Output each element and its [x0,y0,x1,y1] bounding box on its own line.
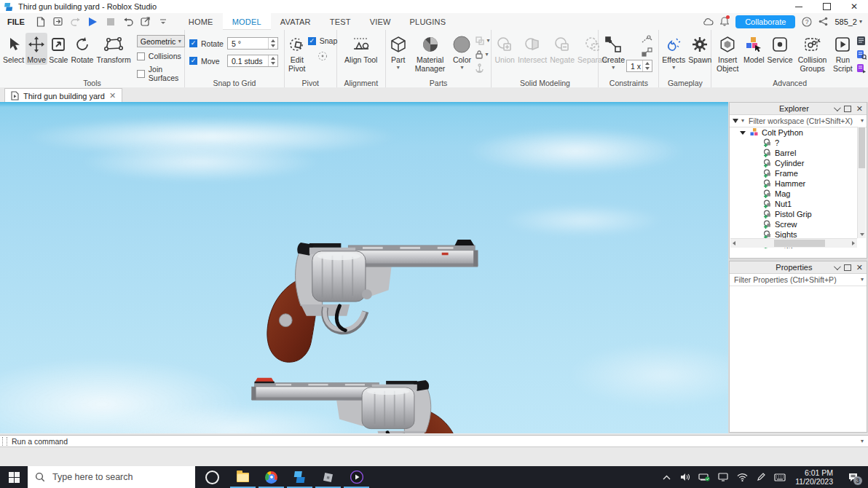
notifications-bell-icon[interactable] [720,17,729,26]
intersect-button[interactable]: Intersect [516,33,548,65]
taskbar-app-roblox-studio[interactable] [285,466,314,488]
tab-avatar[interactable]: AVATAR [271,13,320,30]
maximize-button[interactable] [813,0,840,13]
stop-icon[interactable] [103,15,118,28]
tray-chevron-up-icon[interactable] [658,466,674,488]
snap-rotate-checkbox[interactable]: ✓ Rotate [189,39,223,48]
rotate-tool-button[interactable]: Rotate [69,33,95,65]
snap-rotate-stepper[interactable]: 5 ° [227,37,278,50]
explorer-item[interactable]: Cylinder [730,158,867,168]
publish-icon[interactable] [138,15,153,28]
tab-plugins[interactable]: PLUGINS [401,13,456,30]
scroll-right-button[interactable] [850,241,857,245]
file-menu[interactable]: FILE [0,17,32,26]
move-tool-button[interactable]: Move [25,33,47,65]
undo-icon[interactable] [121,15,135,28]
pivot-snap-checkbox[interactable]: ✓ Snap [308,36,338,45]
scrollbar-thumb[interactable] [859,127,865,168]
edit-pivot-button[interactable]: Edit Pivot [286,33,308,73]
snap-move-stepper[interactable]: 0.1 studs [227,55,278,67]
scrollbar-thumb[interactable] [774,240,825,247]
color-button[interactable]: Color ▾ [451,33,473,71]
tab-test[interactable]: TEST [320,13,360,30]
collapse-panel-icon[interactable] [834,263,841,270]
taskbar-app-chrome[interactable] [257,466,285,488]
user-menu[interactable]: 585_2 ▾ [835,17,862,26]
collisions-checkbox[interactable]: Collisions [137,52,185,60]
transform-tool-button[interactable]: Transform [95,33,132,65]
document-tab[interactable]: Third gun building yard ✕ [4,88,122,103]
display-icon[interactable] [715,466,731,488]
play-icon[interactable] [86,15,100,28]
new-file-icon[interactable] [33,15,48,28]
constraint-details-icon[interactable] [641,35,652,44]
explorer-vertical-scrollbar[interactable] [857,127,866,238]
close-panel-icon[interactable]: ✕ [856,105,863,112]
start-button[interactable] [0,466,28,488]
group-parts-icon[interactable] [475,36,485,46]
negate-button[interactable]: Negate [548,33,576,65]
explorer-item[interactable]: Screw [730,219,867,229]
taskbar-app-file-explorer[interactable] [229,466,257,488]
explorer-item[interactable]: Mag [730,189,867,199]
pen-icon[interactable] [753,466,769,488]
effects-button[interactable]: Effects ▾ [660,33,687,71]
constraint-scale-icon[interactable] [642,47,652,57]
gpu-status-icon[interactable] [696,466,712,488]
expanded-arrow-icon[interactable] [740,131,746,135]
properties-filter-input[interactable] [733,275,858,285]
properties-header[interactable]: Properties ✕ [730,261,867,274]
close-panel-icon[interactable]: ✕ [856,264,863,271]
close-button[interactable]: ✕ [840,0,868,13]
collapse-panel-icon[interactable] [834,104,841,111]
explorer-header[interactable]: Explorer ✕ [730,103,867,115]
explorer-item[interactable]: Frame [730,168,867,178]
collision-groups-button[interactable]: Collision Groups [794,33,831,73]
float-panel-icon[interactable] [844,106,851,112]
align-tool-button[interactable]: Align Tool [343,33,379,65]
insert-object-button[interactable]: Insert Object [713,33,742,73]
script-run-icon[interactable] [856,63,867,74]
redo-icon[interactable] [68,15,83,28]
filter-funnel-icon[interactable] [733,119,738,123]
collaborate-button[interactable]: Collaborate [735,15,795,28]
script-analysis-icon[interactable] [856,50,867,60]
spawn-button[interactable]: Spawn [687,33,713,65]
minimize-button[interactable] [785,0,813,13]
revolver-model-top[interactable] [240,235,485,369]
viewport-3d[interactable] [0,102,728,433]
anchor-icon[interactable] [475,63,489,73]
chevron-down-icon[interactable]: ▾ [861,118,864,124]
action-center-button[interactable]: 3 [840,466,865,488]
explorer-horizontal-scrollbar[interactable] [730,238,857,248]
revolver-model-bottom[interactable] [245,374,485,433]
chevron-down-icon[interactable]: ▾ [861,438,868,444]
close-tab-icon[interactable]: ✕ [109,91,116,101]
taskbar-app-media-player[interactable] [342,466,371,488]
taskbar-search-input[interactable] [51,471,188,483]
explorer-item[interactable]: Nut1 [730,199,867,209]
scale-tool-button[interactable]: Scale [47,33,69,65]
taskbar-app-roblox-player[interactable] [314,466,342,488]
taskbar-search[interactable] [28,466,195,488]
stepper-arrows-icon[interactable] [268,55,277,66]
volume-icon[interactable] [677,466,693,488]
wifi-icon[interactable] [734,466,750,488]
scroll-down-button[interactable] [858,230,866,238]
material-manager-button[interactable]: Material Manager [409,33,451,73]
explorer-item[interactable]: Hammer [730,178,867,189]
explorer-filter-input[interactable] [747,116,858,126]
cortana-button[interactable] [195,471,229,484]
cloud-icon[interactable] [703,18,714,25]
explorer-item[interactable]: Pistol Grip [730,209,867,219]
scroll-left-button[interactable] [730,241,738,245]
create-constraint-button[interactable]: Create ▾ [600,33,626,71]
explorer-item[interactable]: Barrel [730,148,867,158]
union-button[interactable]: Union [493,33,516,65]
quick-access-overflow-icon[interactable] [156,15,170,28]
share-icon[interactable] [818,17,828,26]
geometry-mode-dropdown[interactable]: Geometric ▾ [137,35,185,47]
chevron-down-icon[interactable]: ▾ [861,277,864,283]
tab-view[interactable]: VIEW [360,13,401,30]
run-script-button[interactable]: Run Script [831,33,855,73]
